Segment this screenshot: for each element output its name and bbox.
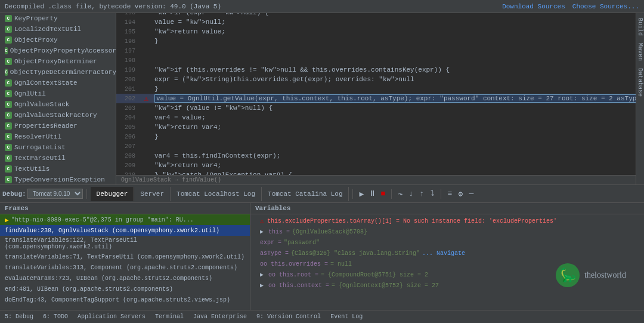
- status-bar-item[interactable]: 6: TODO: [43, 313, 68, 320]
- class-icon: C: [5, 47, 8, 54]
- evaluate-icon[interactable]: ≡: [445, 189, 454, 199]
- frame-item[interactable]: evaluateParams:723, UIBean (org.apache.s…: [0, 273, 250, 284]
- pause-icon[interactable]: ⏸: [367, 189, 377, 199]
- run-to-cursor-icon[interactable]: ⤵: [428, 189, 437, 199]
- line-number: 197: [116, 48, 140, 54]
- code-line-201: 201 }: [116, 84, 636, 94]
- minimize-icon[interactable]: —: [466, 189, 476, 199]
- status-bar: 5: Debug6: TODOApplication ServersTermin…: [0, 310, 644, 323]
- class-icon: C: [5, 176, 12, 183]
- sidebar-item-objectproxydeterminer[interactable]: CObjectProxyDeterminer: [0, 56, 116, 67]
- line-code: "kw">if (value != "kw">null) {: [152, 103, 636, 113]
- line-code: }: [152, 36, 636, 46]
- variables-list: ⚠ this.excludeProperties.toArray()[1] = …: [250, 214, 644, 310]
- frame-label: doEndTag:43, ComponentTagSupport (org.ap…: [5, 297, 230, 303]
- sidebar-item-label: ObjectProxyDeterminer: [14, 58, 97, 65]
- frames-label: Frames: [5, 205, 29, 212]
- sidebar-item-objectproxypropertyaccessor[interactable]: CObjectProxyPropertyAccessor: [0, 45, 116, 56]
- settings-icon[interactable]: ⚙: [456, 189, 465, 199]
- code-lines[interactable]: 187...188189@ ●@ "kw">public "kw">Object…: [116, 13, 636, 184]
- frame-arrow-icon: ▶: [5, 216, 9, 224]
- separator2: [352, 189, 353, 199]
- maven-tab[interactable]: Maven: [636, 41, 644, 63]
- tomcat-localhost-tab[interactable]: Tomcat Localhost Log: [171, 187, 262, 201]
- variables-header: Variables: [250, 203, 644, 214]
- line-code: "kw">return value;: [152, 27, 636, 36]
- variable-item[interactable]: ▶this = {OgnlValueStack@5708}: [250, 226, 644, 237]
- code-line-209: 209 "kw">return var4;: [116, 161, 636, 170]
- debug-area: Debug: Tomcat 9.0.10 Debugger Server Tom…: [0, 184, 644, 310]
- sidebar-item-label: OgnlUtil: [14, 90, 46, 97]
- frame-item[interactable]: translateVariables:122, TextParseUtil (c…: [0, 236, 250, 251]
- debugger-tab[interactable]: Debugger: [91, 187, 135, 201]
- frame-item[interactable]: translateVariables:313, Component (org.a…: [0, 262, 250, 273]
- frame-item[interactable]: ▶"http-nio-8080-exec-5"@2,375 in group "…: [0, 214, 250, 225]
- sidebar-item-textutils[interactable]: CTextUtils: [0, 164, 116, 174]
- download-sources-link[interactable]: Download Sources: [502, 3, 565, 10]
- status-bar-item[interactable]: 9: Version Control: [256, 313, 321, 320]
- line-number: 203: [116, 105, 140, 112]
- frame-label: evaluateParams:723, UIBean (org.apache.s…: [5, 275, 212, 282]
- frame-item[interactable]: findValue:238, OgnlValueStack (com.opens…: [0, 225, 250, 236]
- frame-item[interactable]: translateVariables:71, TextParseUtil (co…: [0, 251, 250, 262]
- separator4: [441, 189, 441, 199]
- code-line-200: 200 expr = ("kw">String)this.overrides.g…: [116, 75, 636, 84]
- frame-label: end:481, UIBean (org.apache.struts2.comp…: [5, 286, 173, 293]
- variable-item[interactable]: expr = "password": [250, 237, 644, 248]
- class-icon: C: [5, 79, 12, 87]
- variable-value: = null: [330, 261, 352, 267]
- code-line-202: 202⚠ value = OgnlUtil.getValue(expr, thi…: [116, 94, 636, 103]
- frame-label: translateVariables:313, Component (org.a…: [5, 264, 237, 271]
- sidebar-item-propertiesreader[interactable]: CPropertiesReader: [0, 121, 116, 131]
- line-number: 205: [116, 124, 140, 131]
- variable-key: asType =: [260, 250, 289, 257]
- sidebar-item-label: ObjectProxy: [14, 36, 58, 44]
- frame-label: "http-nio-8080-exec-5"@2,375 in group "m…: [11, 217, 194, 223]
- sidebar-item-objecttypedeterminerfactory[interactable]: CObjectTypeDeterminerFactory: [0, 67, 116, 78]
- separator3: [391, 189, 392, 199]
- database-tab[interactable]: Database: [636, 66, 644, 99]
- variable-item[interactable]: ⚠ this.excludeProperties.toArray()[1] = …: [250, 216, 644, 226]
- build-tab[interactable]: Build: [636, 16, 644, 38]
- resume-icon[interactable]: ▶: [357, 189, 366, 199]
- variable-item[interactable]: asType = {Class@326} "class java.lang.St…: [250, 248, 644, 259]
- sidebar-item-objectproxy[interactable]: CObjectProxy: [0, 35, 116, 45]
- frame-item[interactable]: doEndTag:43, ComponentTagSupport (org.ap…: [0, 294, 250, 305]
- sidebar-item-textparseutil[interactable]: CTextParseUtil: [0, 153, 116, 164]
- choose-sources-link[interactable]: Choose Sources...: [572, 3, 639, 10]
- status-bar-item[interactable]: Terminal: [155, 313, 184, 320]
- tomcat-catalina-tab[interactable]: Tomcat Catalina Log: [262, 187, 349, 201]
- status-bar-item[interactable]: 5: Debug: [5, 313, 33, 320]
- class-icon: C: [5, 36, 12, 44]
- status-bar-item[interactable]: Java Enterprise: [193, 313, 247, 320]
- frames-list[interactable]: ▶"http-nio-8080-exec-5"@2,375 in group "…: [0, 214, 250, 310]
- line-code: value = "kw">null;: [152, 17, 636, 27]
- status-bar-item[interactable]: Application Servers: [78, 313, 145, 320]
- sidebar-item-keyproperty[interactable]: CKeyProperty: [0, 13, 116, 24]
- stop-icon[interactable]: ■: [378, 189, 388, 199]
- sidebar-item-localizedtextutil[interactable]: CLocalizedTextUtil: [0, 24, 116, 35]
- debug-server-select[interactable]: Tomcat 9.0.10: [27, 189, 83, 199]
- error-icon: ⚠: [260, 218, 267, 224]
- debug-highlight-box: value = OgnlUtil.getValue(expr, this.con…: [154, 94, 636, 103]
- sidebar-item-resolverutil[interactable]: CResolverUtil: [0, 131, 116, 142]
- code-line-203: 203 "kw">if (value != "kw">null) {: [116, 103, 636, 113]
- variable-key: oo this.context =: [268, 282, 329, 289]
- sidebar-item-surrogatelist[interactable]: CSurrogateList: [0, 142, 116, 153]
- separator: [86, 189, 87, 199]
- server-tab[interactable]: Server: [134, 187, 171, 201]
- line-number: 209: [116, 162, 140, 169]
- sidebar-item-ognlutil[interactable]: COgnlUtil: [0, 88, 116, 99]
- sidebar-item-ognlvaluestack[interactable]: COgnlValueStack: [0, 99, 116, 110]
- expand-arrow-icon: ▶: [260, 271, 266, 278]
- sidebar-item-ognlcontextstate[interactable]: COgnlContextState: [0, 78, 116, 88]
- navigate-link[interactable]: ... Navigate: [422, 250, 465, 257]
- step-over-icon[interactable]: ↷: [395, 189, 405, 199]
- step-out-icon[interactable]: ↑: [417, 189, 426, 199]
- sidebar-item-ognlvaluestackfactory[interactable]: COgnlValueStackFactory: [0, 110, 116, 121]
- debug-label: Debug:: [2, 190, 26, 198]
- status-bar-item[interactable]: Event Log: [330, 313, 363, 320]
- step-into-icon[interactable]: ↓: [406, 189, 416, 199]
- sidebar-item-typeconversionexception[interactable]: CTypeConversionException: [0, 174, 116, 184]
- frame-item[interactable]: end:481, UIBean (org.apache.struts2.comp…: [0, 284, 250, 294]
